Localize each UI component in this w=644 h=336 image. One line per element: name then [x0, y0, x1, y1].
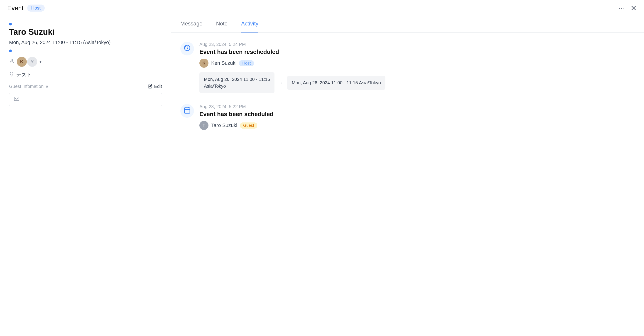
- svg-rect-2: [14, 97, 19, 101]
- attendees-chevron[interactable]: ▾: [40, 59, 42, 64]
- scheduled-title: Event has been scheduled: [200, 111, 635, 118]
- location-icon: [9, 72, 14, 78]
- tab-note[interactable]: Note: [216, 16, 228, 33]
- guest-info-row: Guest Infomation ∧ Edit: [9, 84, 162, 89]
- reschedule-body: Aug 23, 2024, 5:24 PM Event has been res…: [200, 42, 635, 93]
- activity-item-scheduled: Aug 23, 2024, 5:22 PM Event has been sch…: [180, 104, 635, 134]
- main-content: Taro Suzuki Mon, Aug 26, 2024 11:00 - 11…: [0, 16, 644, 336]
- schedule-to: Mon, Aug 26, 2024 11:00 - 11:15 Asia/Tok…: [287, 76, 386, 90]
- tabs: Message Note Activity: [171, 16, 644, 33]
- guest-info-label: Guest Infomation ∧: [9, 84, 49, 89]
- reschedule-icon-wrap: [180, 42, 194, 55]
- email-icon: [14, 96, 19, 103]
- left-panel: Taro Suzuki Mon, Aug 26, 2024 11:00 - 11…: [0, 16, 171, 336]
- scheduled-time: Aug 23, 2024, 5:22 PM: [200, 104, 635, 109]
- ken-role-badge: Host: [239, 60, 254, 66]
- ken-avatar: K: [200, 59, 208, 68]
- reschedule-user-row: K Ken Suzuki Host: [200, 59, 635, 68]
- header: Event Host ··· ✕: [0, 0, 644, 16]
- header-left: Event Host: [7, 5, 45, 12]
- event-title: Event: [7, 5, 24, 12]
- tab-activity[interactable]: Activity: [241, 16, 258, 33]
- reschedule-icon: [184, 44, 191, 53]
- scheduled-body: Aug 23, 2024, 5:22 PM Event has been sch…: [200, 104, 635, 134]
- reschedule-time: Aug 23, 2024, 5:24 PM: [200, 42, 635, 47]
- taro-role-badge: Guest: [240, 122, 257, 129]
- svg-point-0: [11, 59, 13, 61]
- ken-name: Ken Suzuki: [211, 60, 236, 66]
- email-row: [9, 93, 162, 106]
- svg-point-1: [11, 73, 12, 74]
- arrow-icon: →: [278, 80, 284, 86]
- calendar-icon: [184, 107, 191, 115]
- more-button[interactable]: ···: [618, 5, 625, 11]
- activity-feed: Aug 23, 2024, 5:24 PM Event has been res…: [171, 33, 644, 336]
- status-dot: [9, 50, 12, 52]
- taro-name: Taro Suzuki: [211, 122, 237, 128]
- host-badge: Host: [27, 5, 45, 12]
- schedule-change: Mon, Aug 26, 2024 11:00 - 11:15Asia/Toky…: [200, 72, 635, 93]
- attendees-row: K Y ▾: [9, 57, 162, 67]
- avatar-y: Y: [27, 57, 37, 67]
- event-dot: [9, 23, 12, 26]
- activity-item-reschedule: Aug 23, 2024, 5:24 PM Event has been res…: [180, 42, 635, 93]
- reschedule-title: Event has been rescheduled: [200, 48, 635, 55]
- taro-avatar: T: [200, 121, 208, 130]
- scheduled-icon-wrap: [180, 104, 194, 118]
- avatar-ken: K: [17, 57, 27, 67]
- location-text: テスト: [16, 71, 32, 78]
- close-button[interactable]: ✕: [630, 5, 637, 12]
- header-right: ··· ✕: [618, 5, 637, 12]
- tab-message[interactable]: Message: [180, 16, 202, 33]
- event-date: Mon, Aug 26, 2024 11:00 - 11:15 (Asia/To…: [9, 40, 162, 45]
- schedule-from: Mon, Aug 26, 2024 11:00 - 11:15Asia/Toky…: [200, 72, 274, 93]
- svg-rect-3: [184, 108, 190, 113]
- location-row: テスト: [9, 71, 162, 78]
- person-icon: [9, 58, 14, 65]
- right-panel: Message Note Activity: [171, 16, 644, 336]
- scheduled-user-row: T Taro Suzuki Guest: [200, 121, 635, 130]
- edit-button[interactable]: Edit: [148, 84, 162, 89]
- event-name: Taro Suzuki: [9, 27, 162, 37]
